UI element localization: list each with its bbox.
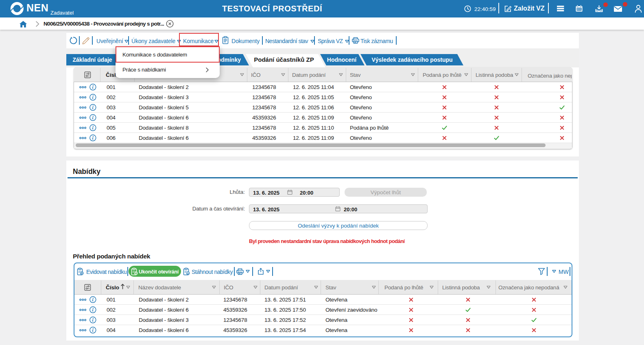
svg-text:Podání účastníků ZP: Podání účastníků ZP bbox=[254, 56, 314, 63]
svg-text:Základní údaje: Základní údaje bbox=[72, 56, 112, 63]
svg-text:Výsledek zadávacího postupu: Výsledek zadávacího postupu bbox=[371, 56, 452, 63]
svg-text:Hodnocení: Hodnocení bbox=[327, 56, 357, 63]
